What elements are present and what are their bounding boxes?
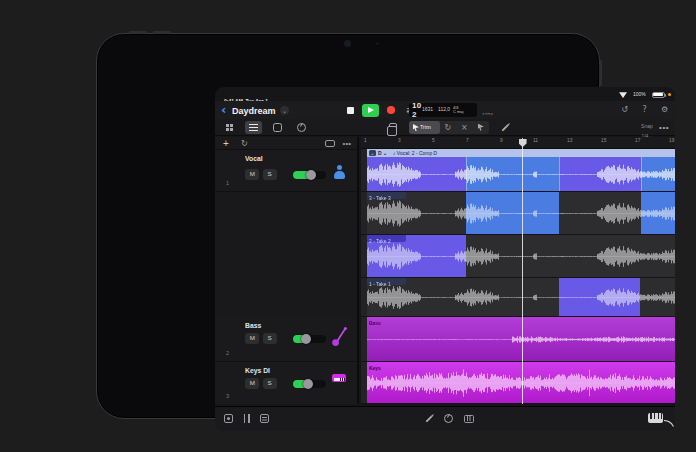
volume-down-button bbox=[153, 31, 171, 34]
bass-track-row[interactable]: Bass bbox=[361, 317, 675, 362]
live-loops-view-button[interactable] bbox=[269, 121, 286, 134]
ruler-bar-number: 5 bbox=[432, 138, 435, 143]
settings-button[interactable]: ⚙ bbox=[659, 104, 670, 115]
record-button[interactable] bbox=[384, 104, 398, 117]
controls-knob-button[interactable] bbox=[444, 414, 453, 423]
comp-track-row[interactable]: ⌄D ⌄♪ Vocal: 2 - Comp D bbox=[361, 149, 675, 192]
playhead[interactable] bbox=[522, 138, 523, 404]
editors-button[interactable] bbox=[260, 414, 269, 423]
ruler-bar-number: 17 bbox=[635, 138, 640, 143]
undo-button[interactable]: ↺ bbox=[619, 104, 630, 115]
track-header-column: + ↻ ••• 1 Vocal M S bbox=[215, 137, 359, 404]
ruler-bar-number: 7 bbox=[466, 138, 469, 143]
mute-button[interactable]: M bbox=[245, 333, 259, 344]
trim-tool-button[interactable]: Trim bbox=[409, 121, 440, 134]
track-sort-icon[interactable]: ↻ bbox=[241, 139, 248, 148]
edit-mode-button[interactable] bbox=[498, 121, 511, 134]
track-number: 3 bbox=[226, 393, 229, 399]
wifi-icon bbox=[619, 91, 627, 98]
mic-in-use-indicator bbox=[668, 93, 672, 97]
record-icon bbox=[387, 106, 395, 114]
take-lane-label: 1 - Take 1 bbox=[367, 278, 406, 285]
volume-slider[interactable] bbox=[293, 171, 326, 179]
solo-button[interactable]: S bbox=[263, 169, 277, 180]
comp-letter: D ⌄ bbox=[378, 150, 387, 156]
take-lane-label: 3 - Take 3 bbox=[367, 192, 406, 199]
ruler-bar-number: 3 bbox=[398, 138, 401, 143]
track-lanes: ⌄D ⌄♪ Vocal: 2 - Comp D3 - Take 32 - Tak… bbox=[361, 149, 675, 404]
ruler-bar-number: 15 bbox=[601, 138, 606, 143]
collapse-takes-button[interactable]: ⌄ bbox=[369, 150, 376, 156]
logic-pro-screen: 9:41 AM Tue Apr 1 100% ‹ Daydream ⌄ bbox=[215, 87, 675, 431]
track-header-keys[interactable]: 3 Keys DI M S bbox=[215, 362, 357, 404]
loop-tool-button[interactable]: ↻ bbox=[440, 121, 456, 134]
track-header-bass[interactable]: 2 Bass M S bbox=[215, 317, 357, 362]
keyboard-track-icon bbox=[332, 374, 346, 382]
volume-slider[interactable] bbox=[293, 335, 326, 343]
functions-menu-button[interactable] bbox=[389, 123, 397, 131]
track-name: Vocal bbox=[245, 155, 263, 163]
metronome-button[interactable] bbox=[496, 104, 506, 115]
tuner-button[interactable] bbox=[293, 121, 310, 134]
project-title[interactable]: Daydream bbox=[232, 106, 276, 116]
take-lanes-header-spacer bbox=[215, 192, 357, 317]
volume-slider[interactable] bbox=[293, 380, 326, 388]
play-surface-keyboard-button[interactable] bbox=[648, 413, 663, 423]
play-icon bbox=[368, 107, 374, 113]
mixer-button[interactable] bbox=[464, 415, 474, 423]
header-display-icon[interactable] bbox=[325, 140, 335, 147]
battery-percent: 100% bbox=[633, 92, 646, 98]
track-list-header: + ↻ ••• bbox=[215, 137, 357, 150]
tracks-view-button[interactable] bbox=[245, 121, 262, 134]
browser-grid-icon bbox=[226, 124, 229, 127]
bar-ruler[interactable]: 135791113151719 bbox=[361, 137, 675, 149]
help-button[interactable]: ? bbox=[639, 104, 650, 115]
automation-pencil-button[interactable] bbox=[425, 415, 432, 422]
track-list-more-button[interactable]: ••• bbox=[343, 139, 351, 148]
bass-guitar-track-icon bbox=[331, 326, 348, 348]
knob-icon bbox=[297, 123, 306, 132]
track-header-vocal[interactable]: 1 Vocal M S bbox=[215, 150, 357, 192]
waveform bbox=[367, 320, 675, 359]
vocalist-track-icon bbox=[332, 165, 346, 179]
more-options-button[interactable]: ••• bbox=[659, 123, 669, 132]
fade-tool-button[interactable] bbox=[473, 121, 489, 135]
tracks-area: + ↻ ••• 1 Vocal M S bbox=[215, 137, 675, 404]
take-lane[interactable]: 2 - Take 2 bbox=[361, 235, 675, 278]
tracks-icon bbox=[249, 124, 258, 126]
keys-track-row[interactable]: Keys bbox=[361, 362, 675, 404]
ruler-bar-number: 13 bbox=[567, 138, 572, 143]
split-tool-button[interactable]: × bbox=[456, 121, 472, 134]
add-track-button[interactable]: + bbox=[223, 137, 229, 150]
waveform bbox=[367, 196, 675, 231]
take-folder-header[interactable]: ⌄D ⌄♪ Vocal: 2 - Comp D bbox=[367, 149, 675, 157]
tracks-area-toolbar: Trim ↻ × Snap 1/4 ⌵ ••• bbox=[215, 119, 675, 136]
waveform bbox=[367, 158, 675, 191]
mute-button[interactable]: M bbox=[245, 169, 259, 180]
stop-button[interactable] bbox=[343, 104, 357, 117]
back-chevron-icon[interactable]: ‹ bbox=[221, 102, 226, 117]
ruler-bar-number: 19 bbox=[669, 138, 674, 143]
count-in-button[interactable]: 1234 bbox=[482, 104, 494, 115]
solo-button[interactable]: S bbox=[263, 333, 277, 344]
timeline: 135791113151719 ⌄D ⌄♪ Vocal: 2 - Comp D3… bbox=[361, 137, 675, 404]
tool-selector: Trim ↻ × bbox=[409, 121, 489, 134]
browser-view-button[interactable] bbox=[221, 121, 238, 134]
status-bar: 9:41 AM Tue Apr 1 100% bbox=[215, 87, 675, 101]
waveform bbox=[367, 365, 675, 401]
lcd-display[interactable]: 10 2 1631 112,0 4/4 C maj bbox=[409, 103, 477, 117]
volume-up-button bbox=[129, 31, 147, 34]
solo-button[interactable]: S bbox=[263, 378, 277, 389]
live-loops-icon bbox=[273, 123, 282, 132]
play-button[interactable] bbox=[362, 104, 379, 117]
plugins-button[interactable] bbox=[242, 414, 251, 423]
battery-icon bbox=[652, 92, 665, 98]
mute-button[interactable]: M bbox=[245, 378, 259, 389]
tool-label: Trim bbox=[420, 124, 431, 130]
stop-icon bbox=[347, 107, 354, 114]
project-menu-button[interactable]: ⌄ bbox=[280, 106, 289, 115]
main-toolbar: ‹ Daydream ⌄ ⇄ 10 2 1631 112,0 4/4 C maj bbox=[215, 101, 675, 119]
loop-browser-button[interactable] bbox=[224, 414, 233, 423]
take-lane[interactable]: 3 - Take 3 bbox=[361, 192, 675, 235]
take-lane[interactable]: 1 - Take 1 bbox=[361, 278, 675, 317]
